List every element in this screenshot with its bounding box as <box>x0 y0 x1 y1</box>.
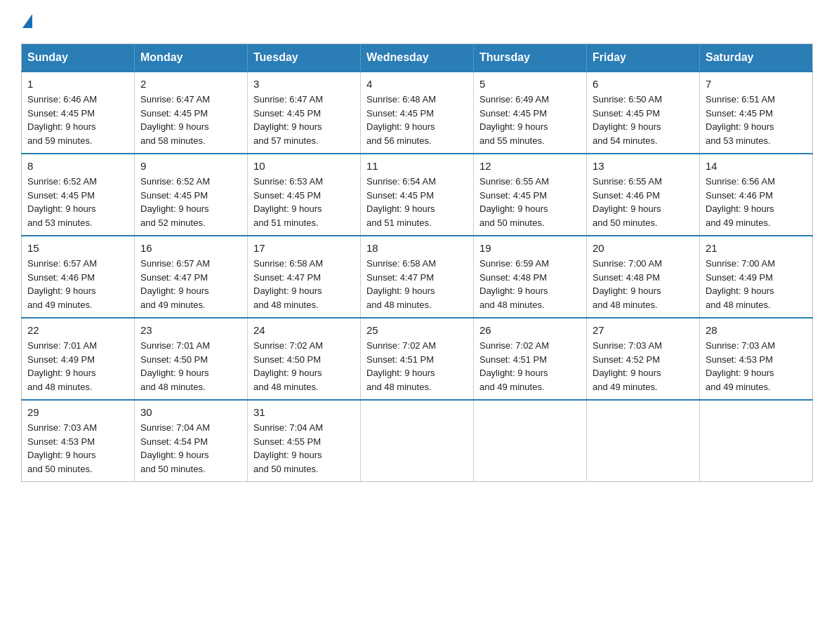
day-number: 25 <box>366 324 468 336</box>
day-number: 14 <box>706 160 807 172</box>
calendar-cell <box>361 400 474 482</box>
day-number: 24 <box>253 324 355 336</box>
calendar-cell: 12 Sunrise: 6:55 AM Sunset: 4:45 PM Dayl… <box>474 154 587 236</box>
calendar-cell: 16 Sunrise: 6:57 AM Sunset: 4:47 PM Dayl… <box>135 236 248 318</box>
day-number: 23 <box>140 324 241 336</box>
calendar-cell: 23 Sunrise: 7:01 AM Sunset: 4:50 PM Dayl… <box>135 318 248 400</box>
calendar-cell: 17 Sunrise: 6:58 AM Sunset: 4:47 PM Dayl… <box>248 236 361 318</box>
day-info: Sunrise: 6:54 AM Sunset: 4:45 PM Dayligh… <box>366 175 468 229</box>
calendar-cell: 5 Sunrise: 6:49 AM Sunset: 4:45 PM Dayli… <box>474 72 587 154</box>
calendar-cell: 24 Sunrise: 7:02 AM Sunset: 4:50 PM Dayl… <box>248 318 361 400</box>
calendar-week-row: 29 Sunrise: 7:03 AM Sunset: 4:53 PM Dayl… <box>22 400 813 482</box>
calendar-cell: 3 Sunrise: 6:47 AM Sunset: 4:45 PM Dayli… <box>248 72 361 154</box>
day-number: 29 <box>27 406 128 418</box>
calendar-cell: 9 Sunrise: 6:52 AM Sunset: 4:45 PM Dayli… <box>135 154 248 236</box>
day-info: Sunrise: 7:00 AM Sunset: 4:49 PM Dayligh… <box>706 257 807 311</box>
day-info: Sunrise: 6:55 AM Sunset: 4:45 PM Dayligh… <box>479 175 581 229</box>
day-number: 2 <box>140 78 241 90</box>
day-number: 16 <box>140 242 241 254</box>
day-info: Sunrise: 6:58 AM Sunset: 4:47 PM Dayligh… <box>253 257 355 311</box>
day-info: Sunrise: 7:02 AM Sunset: 4:51 PM Dayligh… <box>366 339 468 394</box>
calendar-cell: 28 Sunrise: 7:03 AM Sunset: 4:53 PM Dayl… <box>700 318 813 400</box>
day-number: 1 <box>27 78 128 90</box>
calendar-cell <box>587 400 700 482</box>
day-number: 18 <box>366 242 468 254</box>
day-info: Sunrise: 7:03 AM Sunset: 4:52 PM Dayligh… <box>593 339 694 394</box>
calendar-cell: 1 Sunrise: 6:46 AM Sunset: 4:45 PM Dayli… <box>22 72 135 154</box>
day-number: 13 <box>593 160 694 172</box>
day-info: Sunrise: 6:59 AM Sunset: 4:48 PM Dayligh… <box>479 257 581 311</box>
day-number: 20 <box>593 242 694 254</box>
day-number: 31 <box>253 406 355 418</box>
day-number: 19 <box>479 242 581 254</box>
calendar-cell: 15 Sunrise: 6:57 AM Sunset: 4:46 PM Dayl… <box>22 236 135 318</box>
day-number: 4 <box>366 78 468 90</box>
day-number: 5 <box>479 78 581 90</box>
day-info: Sunrise: 7:01 AM Sunset: 4:50 PM Dayligh… <box>140 339 241 394</box>
calendar-cell: 10 Sunrise: 6:53 AM Sunset: 4:45 PM Dayl… <box>248 154 361 236</box>
calendar-cell: 7 Sunrise: 6:51 AM Sunset: 4:45 PM Dayli… <box>700 72 813 154</box>
day-info: Sunrise: 7:01 AM Sunset: 4:49 PM Dayligh… <box>27 339 128 394</box>
day-number: 27 <box>593 324 694 336</box>
calendar-cell: 26 Sunrise: 7:02 AM Sunset: 4:51 PM Dayl… <box>474 318 587 400</box>
weekday-header-wednesday: Wednesday <box>361 44 474 72</box>
calendar-cell: 31 Sunrise: 7:04 AM Sunset: 4:55 PM Dayl… <box>248 400 361 482</box>
calendar-week-row: 8 Sunrise: 6:52 AM Sunset: 4:45 PM Dayli… <box>22 154 813 236</box>
day-info: Sunrise: 6:57 AM Sunset: 4:46 PM Dayligh… <box>27 257 128 311</box>
calendar-header-row: SundayMondayTuesdayWednesdayThursdayFrid… <box>22 44 813 72</box>
calendar-cell: 8 Sunrise: 6:52 AM Sunset: 4:45 PM Dayli… <box>22 154 135 236</box>
day-info: Sunrise: 6:56 AM Sunset: 4:46 PM Dayligh… <box>706 175 807 229</box>
calendar-cell: 20 Sunrise: 7:00 AM Sunset: 4:48 PM Dayl… <box>587 236 700 318</box>
calendar-table: SundayMondayTuesdayWednesdayThursdayFrid… <box>21 43 813 482</box>
day-info: Sunrise: 7:02 AM Sunset: 4:50 PM Dayligh… <box>253 339 355 394</box>
calendar-week-row: 1 Sunrise: 6:46 AM Sunset: 4:45 PM Dayli… <box>22 72 813 154</box>
day-number: 7 <box>706 78 807 90</box>
weekday-header-monday: Monday <box>135 44 248 72</box>
calendar-week-row: 15 Sunrise: 6:57 AM Sunset: 4:46 PM Dayl… <box>22 236 813 318</box>
calendar-week-row: 22 Sunrise: 7:01 AM Sunset: 4:49 PM Dayl… <box>22 318 813 400</box>
day-number: 3 <box>253 78 355 90</box>
day-info: Sunrise: 6:49 AM Sunset: 4:45 PM Dayligh… <box>479 93 581 147</box>
calendar-cell: 22 Sunrise: 7:01 AM Sunset: 4:49 PM Dayl… <box>22 318 135 400</box>
weekday-header-thursday: Thursday <box>474 44 587 72</box>
calendar-cell <box>474 400 587 482</box>
day-info: Sunrise: 6:52 AM Sunset: 4:45 PM Dayligh… <box>27 175 128 229</box>
day-info: Sunrise: 6:47 AM Sunset: 4:45 PM Dayligh… <box>140 93 241 147</box>
day-number: 9 <box>140 160 241 172</box>
day-number: 30 <box>140 406 241 418</box>
day-info: Sunrise: 6:48 AM Sunset: 4:45 PM Dayligh… <box>366 93 468 147</box>
day-number: 11 <box>366 160 468 172</box>
calendar-cell: 19 Sunrise: 6:59 AM Sunset: 4:48 PM Dayl… <box>474 236 587 318</box>
day-number: 12 <box>479 160 581 172</box>
calendar-cell <box>700 400 813 482</box>
day-info: Sunrise: 6:50 AM Sunset: 4:45 PM Dayligh… <box>593 93 694 147</box>
calendar-cell: 4 Sunrise: 6:48 AM Sunset: 4:45 PM Dayli… <box>361 72 474 154</box>
page-header <box>21 14 813 31</box>
calendar-cell: 2 Sunrise: 6:47 AM Sunset: 4:45 PM Dayli… <box>135 72 248 154</box>
weekday-header-tuesday: Tuesday <box>248 44 361 72</box>
day-number: 10 <box>253 160 355 172</box>
day-info: Sunrise: 6:55 AM Sunset: 4:46 PM Dayligh… <box>593 175 694 229</box>
logo-block <box>21 14 32 31</box>
day-number: 8 <box>27 160 128 172</box>
weekday-header-friday: Friday <box>587 44 700 72</box>
calendar-cell: 27 Sunrise: 7:03 AM Sunset: 4:52 PM Dayl… <box>587 318 700 400</box>
day-number: 26 <box>479 324 581 336</box>
day-number: 17 <box>253 242 355 254</box>
calendar-cell: 6 Sunrise: 6:50 AM Sunset: 4:45 PM Dayli… <box>587 72 700 154</box>
day-info: Sunrise: 7:03 AM Sunset: 4:53 PM Dayligh… <box>27 421 128 476</box>
calendar-cell: 21 Sunrise: 7:00 AM Sunset: 4:49 PM Dayl… <box>700 236 813 318</box>
logo-triangle-icon <box>22 14 32 28</box>
calendar-cell: 11 Sunrise: 6:54 AM Sunset: 4:45 PM Dayl… <box>361 154 474 236</box>
weekday-header-sunday: Sunday <box>22 44 135 72</box>
day-number: 6 <box>593 78 694 90</box>
day-info: Sunrise: 7:02 AM Sunset: 4:51 PM Dayligh… <box>479 339 581 394</box>
calendar-cell: 18 Sunrise: 6:58 AM Sunset: 4:47 PM Dayl… <box>361 236 474 318</box>
day-info: Sunrise: 6:52 AM Sunset: 4:45 PM Dayligh… <box>140 175 241 229</box>
day-info: Sunrise: 7:00 AM Sunset: 4:48 PM Dayligh… <box>593 257 694 311</box>
day-info: Sunrise: 6:46 AM Sunset: 4:45 PM Dayligh… <box>27 93 128 147</box>
calendar-cell: 30 Sunrise: 7:04 AM Sunset: 4:54 PM Dayl… <box>135 400 248 482</box>
day-info: Sunrise: 6:51 AM Sunset: 4:45 PM Dayligh… <box>706 93 807 147</box>
day-info: Sunrise: 6:57 AM Sunset: 4:47 PM Dayligh… <box>140 257 241 311</box>
day-number: 15 <box>27 242 128 254</box>
